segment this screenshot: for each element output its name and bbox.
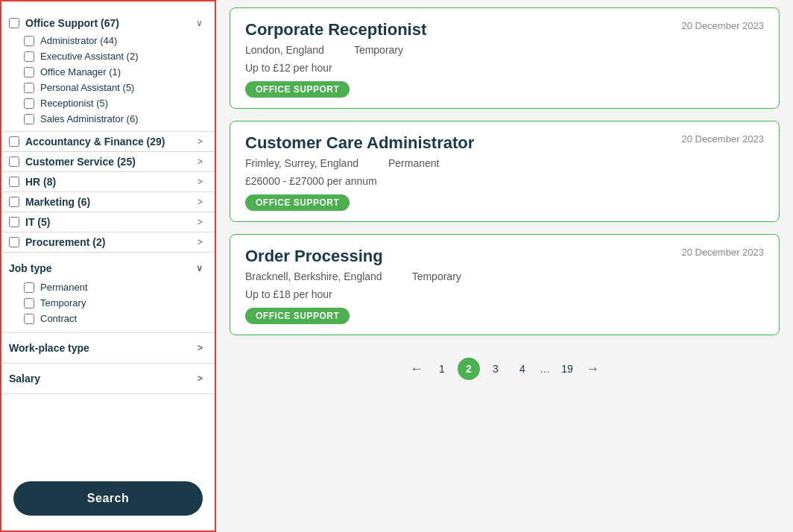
job-salary: Up to £12 per hour — [245, 62, 764, 74]
customer-service-row[interactable]: Customer Service (25) > — [1, 152, 215, 172]
hr-row[interactable]: HR (8) > — [1, 172, 215, 192]
job-card-header: Customer Care Administrator 20 December … — [245, 133, 764, 153]
job-location: Frimley, Surrey, England — [245, 157, 358, 169]
search-button[interactable]: Search — [13, 481, 203, 516]
customer-service-label: Customer Service (25) — [25, 156, 136, 168]
procurement-label: Procurement (2) — [25, 236, 105, 248]
permanent-checkbox[interactable] — [24, 282, 34, 293]
job-type-chevron: ∨ — [196, 263, 203, 273]
admin-checkbox[interactable] — [24, 36, 34, 46]
accountancy-checkbox[interactable] — [9, 136, 19, 147]
receptionist-checkbox[interactable] — [24, 98, 34, 109]
contract-label: Contract — [40, 313, 77, 324]
job-location: Bracknell, Berkshire, England — [245, 270, 382, 282]
customer-service-checkbox[interactable] — [9, 156, 19, 167]
exec-assistant-label: Executive Assistant (2) — [40, 51, 139, 62]
job-type-value: Temporary — [412, 270, 461, 282]
job-title: Corporate Receptionist — [245, 20, 426, 39]
job-type-value: Permanent — [388, 157, 439, 169]
job-meta: Bracknell, Berkshire, England Temporary — [245, 270, 764, 282]
job-card[interactable]: Corporate Receptionist 20 December 2023 … — [230, 7, 780, 109]
workplace-type-filter[interactable]: Work-place type > — [1, 333, 215, 364]
temporary-checkbox[interactable] — [24, 298, 34, 308]
admin-label: Administrator (44) — [40, 35, 117, 46]
job-card[interactable]: Order Processing 20 December 2023 Brackn… — [230, 234, 780, 335]
salary-chevron: > — [198, 373, 203, 384]
it-checkbox[interactable] — [9, 217, 19, 227]
sidebar: Office Support (67) ∨ Administrator (44)… — [0, 0, 216, 532]
other-categories: Accountancy & Finance (29) > Customer Se… — [1, 132, 215, 253]
list-item[interactable]: Receptionist (5) — [1, 95, 215, 111]
procurement-row[interactable]: Procurement (2) > — [1, 232, 215, 253]
job-title: Order Processing — [245, 247, 383, 266]
workplace-type-chevron: > — [198, 343, 203, 353]
accountancy-label: Accountancy & Finance (29) — [25, 136, 165, 148]
office-manager-checkbox[interactable] — [24, 67, 34, 77]
job-title: Customer Care Administrator — [245, 133, 474, 153]
salary-label: Salary — [9, 373, 40, 384]
marketing-checkbox[interactable] — [9, 197, 19, 207]
office-manager-label: Office Manager (1) — [40, 66, 121, 77]
personal-assistant-checkbox[interactable] — [24, 83, 34, 93]
list-item[interactable]: Contract — [1, 311, 215, 326]
job-meta: Frimley, Surrey, England Permanent — [245, 157, 764, 169]
hr-label: HR (8) — [25, 176, 56, 188]
office-support-checkbox[interactable] — [9, 18, 19, 28]
page-last-button[interactable]: 19 — [556, 358, 578, 380]
permanent-label: Permanent — [40, 282, 88, 293]
office-support-label: Office Support (67) — [25, 17, 119, 29]
job-card[interactable]: Customer Care Administrator 20 December … — [230, 121, 780, 222]
salary-filter[interactable]: Salary > — [1, 364, 215, 394]
prev-page-button[interactable]: ← — [407, 361, 426, 377]
page-4-button[interactable]: 4 — [511, 358, 534, 380]
job-tag: OFFICE SUPPORT — [245, 194, 350, 211]
job-type-section: Job type ∨ Permanent Temporary Contract — [1, 253, 215, 333]
pagination-ellipsis: … — [538, 363, 552, 375]
it-label: IT (5) — [25, 216, 50, 228]
marketing-row[interactable]: Marketing (6) > — [1, 192, 215, 212]
page-3-button[interactable]: 3 — [484, 358, 507, 380]
accountancy-chevron: > — [198, 136, 203, 147]
procurement-checkbox[interactable] — [9, 237, 19, 247]
temporary-label: Temporary — [40, 297, 86, 308]
page-1-button[interactable]: 1 — [431, 358, 453, 380]
list-item[interactable]: Administrator (44) — [1, 33, 215, 48]
list-item[interactable]: Personal Assistant (5) — [1, 80, 215, 95]
list-item[interactable]: Sales Administrator (6) — [1, 111, 215, 127]
job-card-header: Order Processing 20 December 2023 — [245, 247, 764, 266]
receptionist-label: Receptionist (5) — [40, 98, 108, 109]
pagination: ← 1 2 3 4 … 19 → — [230, 347, 780, 384]
accountancy-row[interactable]: Accountancy & Finance (29) > — [1, 132, 215, 152]
exec-assistant-checkbox[interactable] — [24, 51, 34, 62]
next-page-button[interactable]: → — [583, 361, 602, 377]
list-item[interactable]: Temporary — [1, 295, 215, 311]
office-support-chevron: ∨ — [196, 18, 203, 28]
job-type-header[interactable]: Job type ∨ — [1, 259, 215, 278]
it-row[interactable]: IT (5) > — [1, 212, 215, 232]
job-meta: London, England Temporary — [245, 44, 764, 56]
search-button-wrap: Search — [1, 471, 215, 523]
marketing-chevron: > — [198, 197, 203, 207]
job-salary: Up to £18 per hour — [245, 288, 764, 300]
office-support-row[interactable]: Office Support (67) ∨ — [1, 13, 215, 33]
page-2-button[interactable]: 2 — [458, 358, 480, 380]
list-item[interactable]: Permanent — [1, 279, 215, 295]
job-tag: OFFICE SUPPORT — [245, 81, 350, 98]
job-salary: £26000 - £27000 per annum — [245, 175, 764, 187]
office-support-subitems: Administrator (44) Executive Assistant (… — [1, 33, 215, 127]
hr-chevron: > — [198, 177, 203, 187]
job-tag: OFFICE SUPPORT — [245, 308, 350, 324]
job-type-value: Temporary — [354, 44, 403, 56]
sales-admin-checkbox[interactable] — [24, 114, 34, 124]
list-item[interactable]: Executive Assistant (2) — [1, 48, 215, 64]
customer-service-chevron: > — [198, 156, 203, 167]
hr-checkbox[interactable] — [9, 177, 19, 187]
contract-checkbox[interactable] — [24, 314, 34, 324]
list-item[interactable]: Office Manager (1) — [1, 64, 215, 80]
it-chevron: > — [198, 217, 203, 227]
job-date: 20 December 2023 — [681, 247, 764, 258]
office-support-section: Office Support (67) ∨ Administrator (44)… — [1, 9, 215, 132]
job-type-label: Job type — [9, 262, 52, 274]
job-location: London, England — [245, 44, 324, 56]
workplace-type-label: Work-place type — [9, 342, 89, 354]
